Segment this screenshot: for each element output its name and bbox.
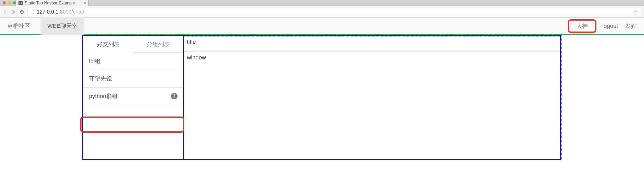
page-body: 好友列表 分组列表 lol组 守望先锋 python群组 3 [0,34,644,160]
file-icon [30,9,35,15]
navbar-right: 大神 ogout 发贴 [568,19,637,33]
sidebar: 好友列表 分组列表 lol组 守望先锋 python群组 3 [82,35,184,160]
group-list: lol组 守望先锋 python群组 3 [83,53,183,105]
url-path: :8000/chat/ [58,9,84,15]
layout-guide [561,35,562,160]
panel-title: title [184,36,560,52]
list-item[interactable]: 守望先锋 [83,70,183,88]
annotation-highlight-user: 大神 [568,19,596,33]
minimize-window-icon[interactable] [8,1,11,4]
main-panel: title window [184,35,561,160]
list-item-label: python群组 [89,92,118,100]
tab-groups[interactable]: 分组列表 [133,36,183,53]
list-item[interactable]: python群组 3 [83,88,183,105]
panel-window: window [184,52,560,63]
nav-item-chatroom[interactable]: WEB聊天室 [41,17,84,35]
list-item-label: lol组 [89,57,100,65]
tab-title: Static Top Navbar Example [25,1,75,5]
browser-tab[interactable]: B Static Top Navbar Example × [16,0,89,6]
page-navbar: 草榴社区 WEB聊天室 大神 ogout 发贴 [0,18,644,34]
reload-icon[interactable] [19,9,24,15]
close-window-icon[interactable] [3,1,6,4]
tab-friends[interactable]: 好友列表 [83,36,133,53]
address-bar[interactable]: 127.0.0.1:8000/chat/ ☆ [28,8,641,16]
browser-toolbar: 127.0.0.1:8000/chat/ ☆ [0,6,644,18]
list-item-label: 守望先锋 [89,75,112,83]
window-traffic-lights [3,1,16,4]
brand[interactable]: 草榴社区 [7,22,30,30]
favicon-icon: B [18,1,23,5]
nav-user[interactable]: 大神 [576,23,588,29]
list-item[interactable]: lol组 [83,53,183,70]
layout-row: 好友列表 分组列表 lol组 守望先锋 python群组 3 [82,35,562,160]
nav-post[interactable]: 发贴 [625,22,637,30]
close-tab-icon[interactable]: × [84,1,86,5]
badge-count: 3 [171,93,178,99]
bookmark-star-icon[interactable]: ☆ [633,9,639,15]
back-icon[interactable] [3,9,8,15]
nav-logout[interactable]: ogout [604,23,618,29]
forward-icon[interactable] [11,9,16,15]
sidebar-tabs: 好友列表 分组列表 [83,36,183,53]
url-host: 127.0.0.1 [37,9,58,15]
browser-tab-bar: B Static Top Navbar Example × [0,0,644,6]
